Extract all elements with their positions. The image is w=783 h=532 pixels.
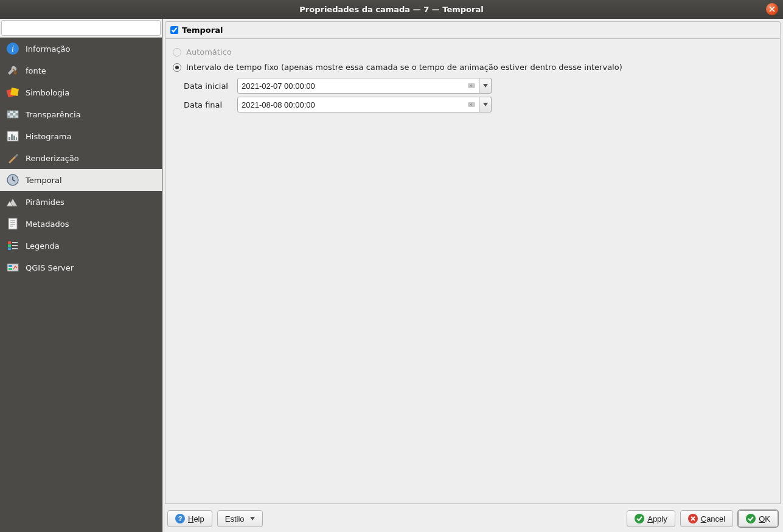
clock-icon: [6, 173, 19, 187]
sidebar-item-label: Histograma: [26, 132, 71, 141]
cancel-button[interactable]: Cancel: [680, 510, 733, 527]
sidebar-item-histograma[interactable]: Histograma: [0, 125, 162, 147]
svg-rect-15: [7, 116, 10, 118]
radio-fixed-label: Intervalo de tempo fixo (apenas mostre e…: [186, 63, 622, 72]
cancel-icon: [688, 514, 698, 523]
sidebar-item-label: Pirâmides: [26, 198, 64, 207]
temporal-enable-checkbox[interactable]: [170, 26, 178, 34]
window-title: Propriedades da camada — 7 — Temporal: [299, 5, 483, 14]
document-icon: [6, 217, 19, 230]
symbology-icon: [6, 86, 19, 99]
window-close-button[interactable]: [766, 3, 778, 15]
svg-rect-33: [8, 244, 11, 247]
style-button-label: Estilo: [225, 514, 245, 523]
sidebar-item-qgisserver[interactable]: QGIS Server: [0, 257, 162, 278]
sidebar: i Informação fonte Simbologia: [0, 19, 162, 532]
svg-rect-39: [9, 265, 12, 267]
radio-fixed-row[interactable]: Intervalo de tempo fixo (apenas mostre e…: [173, 63, 773, 72]
temporal-group-label: Temporal: [182, 26, 223, 35]
content-area: i Informação fonte Simbologia: [0, 19, 783, 532]
cancel-button-label: Cancel: [701, 514, 725, 523]
histogram-icon: [6, 130, 19, 143]
start-date-input[interactable]: [237, 78, 479, 94]
chevron-down-icon: [483, 84, 488, 88]
server-icon: [6, 261, 19, 274]
wrench-icon: [6, 64, 19, 77]
temporal-group-header[interactable]: Temporal: [165, 21, 781, 39]
help-button[interactable]: ? Help: [167, 510, 212, 527]
sidebar-item-piramides[interactable]: Pirâmides: [0, 191, 162, 213]
help-button-label: Help: [188, 514, 204, 523]
sidebar-item-label: QGIS Server: [26, 263, 74, 272]
svg-rect-41: [468, 83, 475, 88]
svg-rect-34: [8, 247, 11, 250]
temporal-group-body: Automático Intervalo de tempo fixo (apen…: [165, 39, 781, 504]
sidebar-item-temporal[interactable]: Temporal: [0, 169, 162, 191]
dialog-footer: ? Help Estilo Apply Cancel: [162, 506, 783, 532]
sidebar-item-label: Temporal: [26, 176, 62, 185]
svg-rect-45: [468, 102, 475, 107]
close-icon: [769, 6, 775, 12]
paintbrush-icon: [6, 151, 19, 165]
svg-rect-18: [9, 137, 10, 140]
legend-icon: [6, 239, 19, 252]
radio-automatic-label: Automático: [186, 47, 232, 57]
svg-rect-19: [11, 134, 13, 140]
sidebar-item-label: Renderização: [26, 154, 79, 163]
transparency-icon: [6, 108, 19, 121]
svg-rect-32: [8, 241, 11, 244]
svg-rect-14: [16, 113, 19, 116]
check-icon: [746, 514, 756, 523]
svg-rect-11: [7, 111, 10, 113]
svg-text:i: i: [12, 44, 14, 54]
svg-rect-12: [13, 111, 16, 113]
radio-fixed[interactable]: [173, 63, 181, 72]
clear-icon[interactable]: [467, 81, 476, 90]
end-date-dropdown[interactable]: [479, 97, 492, 112]
sidebar-search-wrap: [0, 19, 162, 38]
check-icon: [635, 514, 644, 523]
ok-button[interactable]: OK: [738, 510, 778, 527]
ok-button-label: OK: [759, 514, 770, 523]
end-date-input[interactable]: [237, 97, 479, 112]
svg-rect-20: [13, 136, 15, 140]
help-icon: ?: [175, 514, 185, 523]
sidebar-item-label: fonte: [26, 66, 46, 75]
clear-icon[interactable]: [467, 100, 476, 109]
pyramids-icon: [6, 195, 19, 209]
sidebar-item-simbologia[interactable]: Simbologia: [0, 81, 162, 103]
svg-marker-48: [483, 103, 488, 106]
style-button[interactable]: Estilo: [217, 510, 263, 527]
chevron-down-icon: [250, 516, 255, 521]
fixed-range-form: Data inicial Data fin: [184, 78, 773, 112]
sidebar-item-renderizacao[interactable]: Renderização: [0, 147, 162, 169]
sidebar-search-input[interactable]: [1, 20, 161, 36]
sidebar-item-transparencia[interactable]: Transparência: [0, 103, 162, 125]
svg-marker-44: [483, 84, 488, 88]
sidebar-item-label: Informação: [26, 44, 70, 54]
start-date-row: Data inicial: [184, 78, 773, 94]
radio-automatic-row: Automático: [173, 47, 773, 57]
sidebar-item-label: Transparência: [26, 110, 81, 119]
svg-rect-13: [10, 113, 13, 116]
sidebar-item-label: Legenda: [26, 241, 60, 250]
svg-rect-27: [9, 218, 17, 229]
sidebar-item-fonte[interactable]: fonte: [0, 60, 162, 81]
radio-automatic: [173, 48, 181, 57]
svg-rect-40: [9, 268, 12, 270]
sidebar-item-legenda[interactable]: Legenda: [0, 235, 162, 257]
sidebar-item-informacao[interactable]: i Informação: [0, 38, 162, 60]
sidebar-item-label: Simbologia: [26, 88, 69, 97]
sidebar-item-metadados[interactable]: Metadados: [0, 213, 162, 235]
start-date-dropdown[interactable]: [479, 78, 492, 94]
chevron-down-icon: [483, 103, 488, 106]
apply-button[interactable]: Apply: [627, 510, 675, 527]
sidebar-nav-list: i Informação fonte Simbologia: [0, 38, 162, 532]
window-titlebar: Propriedades da camada — 7 — Temporal: [0, 0, 783, 19]
sidebar-item-label: Metadados: [26, 219, 69, 229]
start-date-label: Data inicial: [184, 81, 232, 91]
svg-rect-9: [10, 88, 19, 96]
svg-marker-49: [250, 517, 255, 520]
main-panel: Temporal Automático Intervalo de tempo f…: [162, 19, 783, 532]
svg-rect-16: [13, 116, 16, 118]
